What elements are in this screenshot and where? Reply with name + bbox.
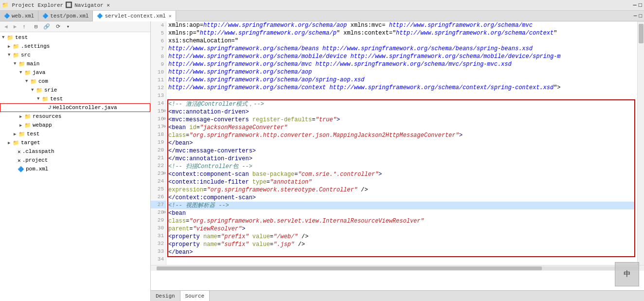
code-line-27: <!-- 视图解析器 -->: [168, 202, 634, 209]
close-tab-btn[interactable]: ✕: [169, 13, 172, 19]
back-btn[interactable]: ◀: [2, 22, 10, 31]
folder-icon-resources: 📁: [24, 113, 31, 120]
arrow-webapp: ▶: [19, 123, 24, 128]
horizontal-scrollbar[interactable]: [151, 265, 644, 271]
window-controls: ─ □: [632, 11, 644, 21]
url-5a: http://www.springframework.org/schema/p: [200, 30, 337, 37]
code-line-23: <context:component-scan base-package="co…: [168, 170, 634, 178]
tree-item-srie[interactable]: ▼ 📁 srie: [0, 86, 150, 94]
tree-item-java[interactable]: ▼ 📁 java: [0, 68, 150, 77]
tree-item-project[interactable]: ✕ .project: [0, 156, 150, 165]
minimize-editor-btn[interactable]: ─: [634, 13, 637, 19]
folder-icon-srie: 📁: [36, 87, 43, 94]
code-line-30: parent="viewResolver">: [168, 225, 634, 233]
link-with-editor-btn[interactable]: 🔗: [41, 22, 53, 31]
ln-8: 8: [151, 53, 166, 60]
h-scrollbar-thumb[interactable]: [157, 266, 542, 270]
comment-14: <!-- 激活@Controller模式，-->: [168, 101, 264, 108]
tree-label-test-src: test: [27, 131, 39, 137]
ln-33: 33: [151, 247, 166, 255]
main-layout: ◀ ▶ ↑ ⊟ 🔗 ⟳ ▾ ▼ 📁 test ▶ 📁 .settings: [0, 21, 644, 301]
code-content[interactable]: xmlns:aop=http://www.springframework.org…: [166, 21, 637, 265]
tab-web-xml-label: web.xml: [12, 13, 34, 19]
tree-item-main[interactable]: ▼ 📁 main: [0, 59, 150, 68]
tree-item-resources[interactable]: ▶ 📁 resources: [0, 112, 150, 121]
tab-source[interactable]: Source: [180, 291, 210, 301]
up-btn[interactable]: ↑: [20, 23, 28, 31]
tree-label-classpath: .classpath: [22, 149, 54, 154]
tree-label-main: main: [27, 61, 39, 67]
tree-item-test-pkg[interactable]: ▼ 📁 test: [0, 94, 150, 103]
tab-servlet-context-xml[interactable]: 🔷 servlet-context.xml ✕: [93, 11, 176, 21]
arrow-com: ▼: [25, 79, 30, 84]
code-line-21: </mvc:annotation-driven>: [168, 155, 634, 163]
arrow-test-pkg: ▼: [37, 96, 42, 101]
ln-10: 10: [151, 68, 166, 76]
forward-btn[interactable]: ▶: [11, 22, 19, 31]
tree-label-test-root: test: [15, 35, 28, 40]
arrow-main: ▼: [14, 61, 18, 66]
bottom-tab-bar: Design Source: [151, 290, 644, 301]
arrow-target: ▶: [8, 140, 13, 146]
tab-web-xml[interactable]: 🔷 web.xml: [0, 11, 38, 21]
sync-btn[interactable]: ⟳: [54, 22, 63, 31]
folder-icon-test-pkg: 📁: [42, 96, 49, 102]
folder-icon-webapp: 📁: [24, 122, 31, 129]
tree-item-test-src[interactable]: ▶ 📁 test: [0, 130, 150, 138]
comment-22: <!-- 扫描Controller包 -->: [168, 163, 252, 170]
tree-label-resources: resources: [33, 113, 61, 119]
tree-label-hello-controller: HelloController.java: [53, 105, 117, 111]
url-9a: http://www.springframework.org/schema/mv…: [168, 61, 312, 68]
tree-label-com: com: [38, 78, 48, 84]
collapse-all-btn[interactable]: ⊟: [32, 22, 40, 31]
project-explorer-label: 📁 Project Explorer: [2, 2, 63, 8]
tree-item-webapp[interactable]: ▶ 📁 webapp: [0, 121, 150, 130]
h-scrollbar-track: [157, 266, 638, 270]
ln-11: 11: [151, 76, 166, 84]
tree-item-test-root[interactable]: ▼ 📁 test: [0, 33, 150, 42]
test-pom-icon: 🔷: [42, 13, 48, 19]
tree-item-settings[interactable]: ▶ 📁 .settings: [0, 42, 150, 51]
code-line-15: <mvc:annotation-driven>: [168, 108, 634, 116]
code-line-34: [168, 257, 635, 265]
tree-item-classpath[interactable]: ✕ .classpath: [0, 147, 150, 156]
ln-34: 34: [151, 255, 166, 263]
code-line-19: </bean>: [168, 139, 634, 147]
tab-test-pom-label: test/pom.xml: [50, 13, 89, 19]
maximize-editor-btn[interactable]: □: [639, 13, 642, 19]
tree-item-target[interactable]: ▶ 📁 target: [0, 138, 150, 147]
tree-item-pom[interactable]: 🔷 pom.xml: [0, 165, 150, 173]
folder-icon-settings: 📁: [13, 43, 19, 50]
ln-5: 5: [151, 29, 166, 37]
url-12a: http://www.springframework.org/schema/co…: [168, 84, 326, 91]
java-file-icon: J: [48, 105, 52, 111]
tab-test-pom-xml[interactable]: 🔷 test/pom.xml: [38, 11, 93, 21]
tree-label-src: src: [21, 52, 31, 58]
pom-icon: 🔷: [18, 166, 24, 172]
tree-item-src[interactable]: ▼ 📁 src: [0, 51, 150, 59]
ln-25: 25: [151, 185, 166, 193]
tab-design[interactable]: Design: [151, 291, 180, 301]
tree-item-hello-controller[interactable]: J HelloController.java: [0, 103, 150, 112]
code-line-18: class="org.springframework.http.converte…: [168, 132, 634, 139]
view-menu-btn[interactable]: ▾: [64, 22, 72, 31]
code-line-12: http://www.springframework.org/schema/co…: [168, 84, 635, 92]
minimize-btn[interactable]: ─: [633, 2, 637, 9]
editor-content[interactable]: 4 5 6 7 8 9 10 11 12 13 14 15⊖ 16⊖ 17⊖: [151, 21, 644, 290]
tree-item-com[interactable]: ▼ 📁 com: [0, 77, 150, 86]
url-11: http://www.springframework.org/schema/ao…: [168, 76, 364, 83]
ln-16: 16⊖: [151, 115, 166, 123]
editor-scrollbar[interactable]: [637, 21, 644, 265]
scrollbar-thumb[interactable]: [639, 24, 644, 43]
code-line-26: </context:component-scan>: [168, 194, 634, 202]
panel-separator: 🔲: [65, 1, 72, 9]
classpath-icon: ✕: [18, 149, 21, 155]
editor-area: 4 5 6 7 8 9 10 11 12 13 14 15⊖ 16⊖ 17⊖: [151, 21, 644, 301]
ln-32: 32: [151, 240, 166, 247]
ln-22: 22: [151, 162, 166, 169]
url-5b: http://www.springframework.org/schema/co…: [396, 30, 554, 37]
line-numbers: 4 5 6 7 8 9 10 11 12 13 14 15⊖ 16⊖ 17⊖: [151, 21, 166, 265]
maximize-btn[interactable]: □: [639, 2, 642, 9]
url-8b: http://www.springframework.org/schema/mo…: [350, 53, 560, 60]
code-editor: 4 5 6 7 8 9 10 11 12 13 14 15⊖ 16⊖ 17⊖: [151, 21, 644, 265]
